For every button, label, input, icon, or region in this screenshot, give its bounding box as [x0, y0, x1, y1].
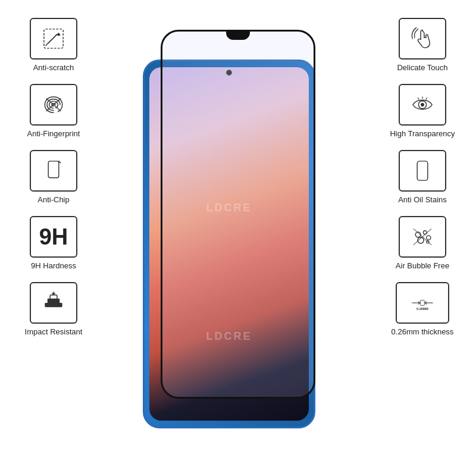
bubble-icon	[409, 224, 436, 250]
anti-chip-label: Anti-Chip	[37, 195, 69, 204]
svg-rect-6	[48, 161, 59, 178]
feature-anti-chip: Anti-Chip	[6, 150, 101, 204]
feature-anti-fingerprint: Anti-Fingerprint	[6, 84, 101, 138]
main-container: Anti-scratch Anti-Fingerprint	[0, 0, 476, 476]
anti-scratch-icon-box	[30, 18, 77, 60]
svg-point-12	[421, 103, 424, 107]
air-bubble-icon-box	[399, 216, 446, 258]
svg-line-3	[46, 43, 48, 45]
anti-oil-icon-box	[399, 150, 446, 192]
feature-9h-hardness: 9H 9H Hardness	[6, 216, 101, 270]
anti-scratch-label: Anti-scratch	[33, 63, 74, 72]
delicate-touch-icon-box	[399, 18, 446, 60]
delicate-touch-label: Delicate Touch	[397, 63, 447, 72]
svg-rect-0	[44, 29, 63, 48]
anti-oil-stains-label: Anti Oil Stains	[398, 195, 447, 204]
svg-text:0.26MM: 0.26MM	[416, 307, 428, 311]
impact-icon	[40, 290, 67, 316]
9h-text: 9H	[39, 226, 68, 248]
oil-icon	[409, 158, 436, 184]
feature-impact-resistant: Impact Resistant	[6, 282, 101, 336]
9h-icon-box: 9H	[30, 216, 77, 258]
svg-rect-16	[417, 161, 428, 180]
svg-line-13	[418, 98, 419, 99]
phone-center: LDCRE LDCRE	[143, 36, 333, 440]
eye-icon	[409, 92, 436, 118]
left-features-column: Anti-scratch Anti-Fingerprint	[6, 18, 101, 336]
impact-resistant-label: Impact Resistant	[25, 327, 83, 336]
right-features-column: Delicate Touch High Transparency	[375, 18, 470, 336]
high-transparency-icon-box	[399, 84, 446, 126]
scratch-icon	[40, 26, 67, 52]
fingerprint-icon	[40, 92, 67, 118]
anti-fingerprint-icon-box	[30, 84, 77, 126]
chip-icon	[40, 158, 67, 184]
feature-anti-scratch: Anti-scratch	[6, 18, 101, 72]
glass-notch	[226, 32, 250, 40]
anti-chip-icon-box	[30, 150, 77, 192]
thickness-label: 0.26mm thickness	[392, 327, 454, 336]
svg-marker-2	[57, 33, 61, 36]
feature-anti-oil-stains: Anti Oil Stains	[375, 150, 470, 204]
feature-delicate-touch: Delicate Touch	[375, 18, 470, 72]
feature-high-transparency: High Transparency	[375, 84, 470, 138]
thickness-svg-icon: 0.26MM	[409, 290, 436, 316]
feature-thickness: 0.26MM 0.26mm thickness	[375, 282, 470, 336]
impact-icon-box	[30, 282, 77, 324]
thickness-icon-box: 0.26MM	[396, 282, 449, 324]
svg-line-1	[48, 35, 57, 43]
air-bubble-free-label: Air Bubble Free	[396, 261, 449, 270]
glass-protector	[161, 30, 315, 399]
anti-fingerprint-label: Anti-Fingerprint	[27, 129, 80, 138]
svg-rect-26	[421, 300, 425, 306]
feature-air-bubble-free: Air Bubble Free	[375, 216, 470, 270]
svg-line-15	[426, 98, 427, 99]
svg-point-19	[427, 236, 431, 240]
touch-icon	[409, 26, 436, 52]
9h-hardness-label: 9H Hardness	[31, 261, 76, 270]
high-transparency-label: High Transparency	[390, 129, 455, 138]
